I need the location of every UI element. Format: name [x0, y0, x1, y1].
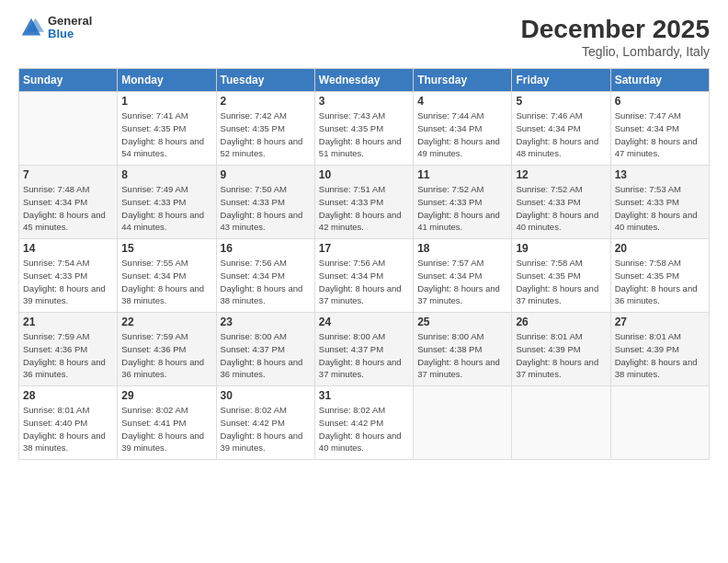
- table-row: 22Sunrise: 7:59 AMSunset: 4:36 PMDayligh…: [118, 313, 216, 386]
- calendar-week-row: 1Sunrise: 7:41 AMSunset: 4:35 PMDaylight…: [19, 92, 710, 166]
- day-number: 21: [23, 316, 113, 328]
- day-number: 30: [221, 389, 311, 402]
- day-info: Sunrise: 7:50 AMSunset: 4:33 PMDaylight:…: [221, 183, 311, 234]
- header: General Blue December 2025 Teglio, Lomba…: [18, 15, 710, 59]
- day-info: Sunrise: 8:01 AMSunset: 4:39 PMDaylight:…: [516, 330, 606, 381]
- calendar-week-row: 21Sunrise: 7:59 AMSunset: 4:36 PMDayligh…: [19, 313, 710, 386]
- th-saturday: Saturday: [610, 69, 709, 92]
- day-number: 25: [417, 316, 507, 328]
- day-info: Sunrise: 8:01 AMSunset: 4:39 PMDaylight:…: [615, 330, 705, 381]
- table-row: 30Sunrise: 8:02 AMSunset: 4:42 PMDayligh…: [216, 386, 314, 460]
- table-row: 6Sunrise: 7:47 AMSunset: 4:34 PMDaylight…: [610, 92, 709, 166]
- day-number: 7: [23, 168, 113, 181]
- day-number: 15: [121, 242, 211, 255]
- day-info: Sunrise: 7:56 AMSunset: 4:34 PMDaylight:…: [221, 257, 311, 307]
- table-row: [19, 92, 118, 166]
- table-row: 29Sunrise: 8:02 AMSunset: 4:41 PMDayligh…: [118, 386, 216, 460]
- day-info: Sunrise: 8:00 AMSunset: 4:38 PMDaylight:…: [417, 330, 507, 381]
- day-info: Sunrise: 7:59 AMSunset: 4:36 PMDaylight:…: [23, 330, 113, 381]
- logo-text: General Blue: [48, 15, 92, 41]
- table-row: 9Sunrise: 7:50 AMSunset: 4:33 PMDaylight…: [216, 166, 314, 239]
- th-tuesday: Tuesday: [216, 69, 314, 92]
- logo-icon: [18, 15, 44, 40]
- day-number: 13: [615, 168, 705, 181]
- table-row: 26Sunrise: 8:01 AMSunset: 4:39 PMDayligh…: [512, 313, 610, 386]
- logo: General Blue: [18, 15, 92, 41]
- day-info: Sunrise: 7:52 AMSunset: 4:33 PMDaylight:…: [417, 183, 507, 234]
- table-row: 14Sunrise: 7:54 AMSunset: 4:33 PMDayligh…: [19, 239, 118, 313]
- th-sunday: Sunday: [19, 69, 118, 92]
- day-number: 23: [221, 316, 311, 328]
- day-number: 26: [516, 316, 606, 328]
- day-info: Sunrise: 7:58 AMSunset: 4:35 PMDaylight:…: [516, 257, 606, 307]
- day-number: 2: [221, 95, 311, 108]
- table-row: 15Sunrise: 7:55 AMSunset: 4:34 PMDayligh…: [118, 239, 216, 313]
- day-number: 16: [221, 242, 311, 255]
- table-row: 1Sunrise: 7:41 AMSunset: 4:35 PMDaylight…: [118, 92, 216, 166]
- table-row: [414, 386, 512, 460]
- day-info: Sunrise: 8:01 AMSunset: 4:40 PMDaylight:…: [23, 404, 113, 454]
- table-row: [610, 386, 709, 460]
- day-info: Sunrise: 7:56 AMSunset: 4:34 PMDaylight:…: [319, 257, 409, 307]
- month-title: December 2025: [521, 15, 710, 44]
- day-info: Sunrise: 7:49 AMSunset: 4:33 PMDaylight:…: [121, 183, 211, 234]
- day-info: Sunrise: 7:47 AMSunset: 4:34 PMDaylight:…: [615, 109, 705, 160]
- table-row: 24Sunrise: 8:00 AMSunset: 4:37 PMDayligh…: [314, 313, 413, 386]
- day-info: Sunrise: 7:48 AMSunset: 4:34 PMDaylight:…: [23, 183, 113, 234]
- day-info: Sunrise: 7:58 AMSunset: 4:35 PMDaylight:…: [615, 257, 705, 307]
- day-info: Sunrise: 7:54 AMSunset: 4:33 PMDaylight:…: [23, 257, 113, 307]
- day-info: Sunrise: 8:02 AMSunset: 4:42 PMDaylight:…: [221, 404, 311, 454]
- day-number: 8: [121, 168, 211, 181]
- day-info: Sunrise: 7:51 AMSunset: 4:33 PMDaylight:…: [319, 183, 409, 234]
- table-row: 3Sunrise: 7:43 AMSunset: 4:35 PMDaylight…: [314, 92, 413, 166]
- table-row: 23Sunrise: 8:00 AMSunset: 4:37 PMDayligh…: [216, 313, 314, 386]
- table-row: 10Sunrise: 7:51 AMSunset: 4:33 PMDayligh…: [314, 166, 413, 239]
- day-number: 3: [319, 95, 409, 108]
- day-number: 4: [417, 95, 507, 108]
- day-info: Sunrise: 7:57 AMSunset: 4:34 PMDaylight:…: [417, 257, 507, 307]
- th-monday: Monday: [118, 69, 216, 92]
- day-info: Sunrise: 7:52 AMSunset: 4:33 PMDaylight:…: [516, 183, 606, 234]
- day-info: Sunrise: 7:53 AMSunset: 4:33 PMDaylight:…: [615, 183, 705, 234]
- day-number: 31: [319, 389, 409, 402]
- day-info: Sunrise: 7:46 AMSunset: 4:34 PMDaylight:…: [516, 109, 606, 160]
- day-info: Sunrise: 8:00 AMSunset: 4:37 PMDaylight:…: [221, 330, 311, 381]
- day-info: Sunrise: 7:41 AMSunset: 4:35 PMDaylight:…: [121, 109, 211, 160]
- day-number: 24: [319, 316, 409, 328]
- day-number: 11: [417, 168, 507, 181]
- logo-general-label: General: [48, 15, 92, 28]
- day-number: 29: [121, 389, 211, 402]
- day-number: 27: [615, 316, 705, 328]
- day-info: Sunrise: 8:02 AMSunset: 4:42 PMDaylight:…: [319, 404, 409, 454]
- day-number: 10: [319, 168, 409, 181]
- table-row: 20Sunrise: 7:58 AMSunset: 4:35 PMDayligh…: [610, 239, 709, 313]
- day-number: 19: [516, 242, 606, 255]
- location: Teglio, Lombardy, Italy: [521, 44, 710, 59]
- day-number: 17: [319, 242, 409, 255]
- day-number: 20: [615, 242, 705, 255]
- day-number: 6: [615, 95, 705, 108]
- day-number: 18: [417, 242, 507, 255]
- calendar-week-row: 28Sunrise: 8:01 AMSunset: 4:40 PMDayligh…: [19, 386, 710, 460]
- table-row: 5Sunrise: 7:46 AMSunset: 4:34 PMDaylight…: [512, 92, 610, 166]
- day-info: Sunrise: 7:59 AMSunset: 4:36 PMDaylight:…: [121, 330, 211, 381]
- table-row: 21Sunrise: 7:59 AMSunset: 4:36 PMDayligh…: [19, 313, 118, 386]
- day-number: 12: [516, 168, 606, 181]
- title-block: December 2025 Teglio, Lombardy, Italy: [521, 15, 710, 59]
- table-row: 28Sunrise: 8:01 AMSunset: 4:40 PMDayligh…: [19, 386, 118, 460]
- table-row: [512, 386, 610, 460]
- day-number: 14: [23, 242, 113, 255]
- day-info: Sunrise: 8:02 AMSunset: 4:41 PMDaylight:…: [121, 404, 211, 454]
- day-info: Sunrise: 7:42 AMSunset: 4:35 PMDaylight:…: [221, 109, 311, 160]
- table-row: 4Sunrise: 7:44 AMSunset: 4:34 PMDaylight…: [414, 92, 512, 166]
- day-info: Sunrise: 7:55 AMSunset: 4:34 PMDaylight:…: [121, 257, 211, 307]
- calendar-week-row: 14Sunrise: 7:54 AMSunset: 4:33 PMDayligh…: [19, 239, 710, 313]
- logo-blue-label: Blue: [48, 28, 92, 40]
- table-row: 12Sunrise: 7:52 AMSunset: 4:33 PMDayligh…: [512, 166, 610, 239]
- day-number: 1: [121, 95, 211, 108]
- calendar-table: Sunday Monday Tuesday Wednesday Thursday…: [18, 68, 710, 460]
- table-row: 11Sunrise: 7:52 AMSunset: 4:33 PMDayligh…: [414, 166, 512, 239]
- day-info: Sunrise: 7:44 AMSunset: 4:34 PMDaylight:…: [417, 109, 507, 160]
- th-friday: Friday: [512, 69, 610, 92]
- th-wednesday: Wednesday: [314, 69, 413, 92]
